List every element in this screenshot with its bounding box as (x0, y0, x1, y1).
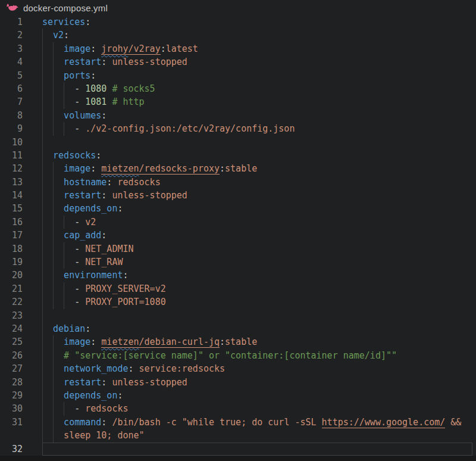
line-number: 32 (0, 443, 23, 456)
code-line[interactable]: - 1080 # socks5 (42, 82, 472, 95)
code-line[interactable]: - NET_ADMIN (42, 242, 472, 256)
code-row[interactable]: 10 (0, 136, 476, 149)
code-row[interactable]: sleep 10; done" (0, 429, 476, 442)
code-line[interactable]: - ./v2-config.json:/etc/v2ray/config.jso… (42, 122, 472, 135)
code-line[interactable]: volumes: (42, 109, 472, 122)
code-row[interactable]: 27network_mode: service:redsocks (0, 362, 476, 375)
code-row[interactable]: 9- ./v2-config.json:/etc/v2ray/config.js… (0, 122, 476, 135)
line-number: 24 (0, 322, 23, 335)
code-line[interactable]: ports: (42, 69, 472, 82)
code-row[interactable]: 28restart: unless-stopped (0, 376, 476, 389)
code-row[interactable]: 5ports: (0, 69, 476, 82)
code-text: v2: (42, 29, 69, 42)
code-line[interactable]: - NET_RAW (42, 256, 472, 269)
code-line[interactable] (42, 443, 472, 456)
code-line[interactable]: command: /bin/bash -c "while true; do cu… (42, 416, 472, 429)
token-c: # "service:[service name]" or "container… (64, 350, 397, 361)
code-line[interactable]: image: mietzen/redsocks-proxy:stable (42, 162, 472, 175)
code-line[interactable]: services: (42, 15, 472, 29)
code-row[interactable]: 24debian: (0, 322, 476, 335)
code-row[interactable]: 13hostname: redsocks (0, 176, 476, 189)
token-p: - (74, 297, 85, 307)
code-text: ports: (42, 69, 96, 82)
line-number: 6 (0, 82, 23, 95)
code-line[interactable]: - PROXY_SERVER=v2 (42, 282, 472, 295)
code-line[interactable]: cap_add: (42, 229, 472, 242)
code-row[interactable]: 21- PROXY_SERVER=v2 (0, 282, 476, 295)
code-row[interactable]: 4restart: unless-stopped (0, 55, 476, 68)
code-row[interactable]: 11redsocks: (0, 149, 476, 162)
token-n: 1080 (85, 83, 107, 94)
token-v: service:redsocks (139, 363, 226, 374)
line-number: 22 (0, 295, 23, 309)
line-number: 29 (0, 389, 23, 402)
token-p: - (74, 83, 85, 94)
code-line[interactable]: environment: (42, 269, 472, 282)
code-line[interactable]: restart: unless-stopped (42, 376, 472, 389)
code-row[interactable]: 15depends_on: (0, 202, 476, 215)
code-row[interactable]: 31command: /bin/bash -c "while true; do … (0, 416, 476, 429)
code-row[interactable]: 16- v2 (0, 216, 476, 229)
code-text: image: jrohy/v2ray:latest (42, 42, 198, 55)
code-row[interactable]: 23 (0, 309, 476, 322)
code-row[interactable]: 6- 1080 # socks5 (0, 82, 476, 95)
docker-whale-icon (5, 3, 18, 13)
code-line[interactable]: v2: (42, 29, 472, 42)
token-lm: jrohy (101, 43, 128, 55)
token-p: : (123, 270, 128, 281)
code-line[interactable]: image: mietzen/debian-curl-jq:stable (42, 335, 472, 348)
code-row[interactable]: 12image: mietzen/redsocks-proxy:stable (0, 162, 476, 175)
code-row[interactable]: 1services: (0, 15, 476, 29)
token-p: : (220, 163, 225, 174)
code-row[interactable]: 29depends_on: (0, 389, 476, 402)
line-number: 5 (0, 69, 23, 82)
code-row[interactable]: 20environment: (0, 269, 476, 282)
line-number: 7 (0, 95, 23, 108)
code-line[interactable]: - 1081 # http (42, 95, 472, 108)
code-line[interactable]: restart: unless-stopped (42, 189, 472, 202)
code-row-current[interactable]: 32 (0, 443, 476, 456)
code-row[interactable]: 3image: jrohy/v2ray:latest (0, 42, 476, 55)
code-row[interactable]: 30- redsocks (0, 402, 476, 415)
code-row[interactable]: 26# "service:[service name]" or "contain… (0, 349, 476, 362)
code-row[interactable]: 18- NET_ADMIN (0, 242, 476, 256)
code-line[interactable] (42, 309, 472, 322)
code-line[interactable]: depends_on: (42, 389, 472, 402)
token-p: : (64, 30, 69, 41)
token-p: - (74, 244, 85, 254)
token-p: : (85, 323, 90, 334)
code-text: depends_on: (42, 202, 123, 215)
code-line[interactable]: sleep 10; done" (42, 429, 472, 442)
code-line[interactable]: debian: (42, 322, 472, 335)
code-line[interactable]: restart: unless-stopped (42, 55, 472, 68)
code-line[interactable]: - v2 (42, 216, 472, 229)
code-row[interactable]: 14restart: unless-stopped (0, 189, 476, 202)
line-number: 19 (0, 256, 23, 269)
code-line[interactable]: network_mode: service:redsocks (42, 362, 472, 375)
code-editor[interactable]: 1services:2v2:3image: jrohy/v2ray:latest… (0, 15, 476, 456)
token-v: v2 (85, 217, 96, 228)
line-number: 3 (0, 42, 23, 55)
code-row[interactable]: 25image: mietzen/debian-curl-jq:stable (0, 335, 476, 348)
code-line[interactable]: - PROXY_PORT=1080 (42, 295, 472, 309)
code-line[interactable] (42, 136, 472, 149)
line-number: 27 (0, 362, 23, 375)
code-row[interactable]: 17cap_add: (0, 229, 476, 242)
code-line[interactable]: hostname: redsocks (42, 176, 472, 189)
code-row[interactable]: 7- 1081 # http (0, 95, 476, 108)
code-row[interactable]: 19- NET_RAW (0, 256, 476, 269)
code-line[interactable]: - redsocks (42, 402, 472, 415)
code-row[interactable]: 2v2: (0, 29, 476, 42)
token-l: /debian-curl-jq (139, 337, 220, 348)
editor-rows: 1services:2v2:3image: jrohy/v2ray:latest… (0, 15, 476, 456)
code-text: cap_add: (42, 229, 107, 242)
code-row[interactable]: 8volumes: (0, 109, 476, 122)
code-text: sleep 10; done" (42, 429, 145, 442)
code-row[interactable]: 22- PROXY_PORT=1080 (0, 295, 476, 309)
line-number: 2 (0, 29, 23, 42)
line-number: 9 (0, 122, 23, 135)
code-line[interactable]: redsocks: (42, 149, 472, 162)
code-line[interactable]: depends_on: (42, 202, 472, 215)
code-line[interactable]: image: jrohy/v2ray:latest (42, 42, 472, 55)
code-line[interactable]: # "service:[service name]" or "container… (42, 349, 472, 362)
